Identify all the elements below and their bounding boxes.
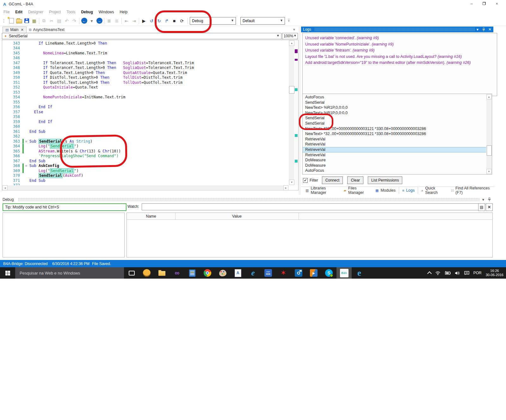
code-area[interactable]: 343 If LineName.Text.Length>0 Then344345… <box>2 40 299 190</box>
log-entry[interactable]: SendSerial <box>303 121 486 126</box>
media-player-icon[interactable]: ▶ <box>306 267 321 279</box>
code-line[interactable]: 363⊟Sub SendSerial(s As String) <box>2 139 194 144</box>
volume-icon[interactable] <box>455 271 460 275</box>
cut-icon[interactable]: ✂ <box>48 17 55 25</box>
log-entry[interactable]: NewText> %R1P,0,0:0,0 <box>303 110 486 116</box>
scroll-right-icon[interactable]: ► <box>283 185 288 190</box>
code-line[interactable]: 360 <box>2 124 194 129</box>
code-line[interactable]: 356 End If <box>2 105 194 110</box>
code-line[interactable]: 345 NomeLinea=LineName.Text.Trim <box>2 51 194 56</box>
code-line[interactable]: 358 <box>2 114 194 120</box>
coreldraw-icon[interactable]: ✶ <box>276 267 291 279</box>
menu-tools[interactable]: Tools <box>64 10 78 14</box>
undo-icon[interactable]: ↶ <box>63 17 71 25</box>
code-line[interactable]: 359 End If <box>2 119 194 124</box>
panel-menu-caret-icon[interactable]: ▼ <box>476 28 479 31</box>
column-header-value[interactable]: Value <box>175 213 299 219</box>
log-entry[interactable]: AutoFocus <box>303 168 486 173</box>
tab-quick-search[interactable]: ⌕Quick Search <box>418 187 448 194</box>
vertical-splitter[interactable] <box>299 27 301 195</box>
log-entry[interactable]: NewText> *32..00+0000000000003121 *330.0… <box>303 126 486 132</box>
connect-button[interactable]: Connect <box>322 176 343 184</box>
run-icon[interactable]: ▶ <box>140 17 148 25</box>
tab-files-manager[interactable]: ▰Files Manager <box>341 187 372 194</box>
code-line[interactable]: 364 Log("SendSerial") <box>2 144 194 149</box>
uncomment-icon[interactable]: ≣ <box>113 17 120 25</box>
log-entry[interactable]: DoMeasure <box>303 163 486 168</box>
fold-collapse-icon[interactable]: ⊟ <box>24 140 28 143</box>
tab-asyncstreamstext[interactable]: ⧉AsyncStreamsText <box>27 27 67 33</box>
stop-icon[interactable]: ■ <box>170 17 178 25</box>
log-entry[interactable]: RetrieveVal <box>303 152 486 158</box>
log-entry[interactable]: NewText> *32..00+0000000000003121 *330.0… <box>303 131 486 137</box>
edge-icon[interactable]: e <box>352 267 367 279</box>
scrollbar-thumb[interactable] <box>289 86 294 94</box>
code-line[interactable]: 361End Sub <box>2 129 194 134</box>
log-entry[interactable]: SendSerial <box>303 100 486 105</box>
scrollbar-thumb[interactable] <box>487 145 492 156</box>
fold-collapse-icon[interactable]: ⊟ <box>24 164 28 167</box>
code-line[interactable]: 355 <box>2 100 194 105</box>
log-entry[interactable]: SendSerial <box>303 115 486 121</box>
outlook-icon[interactable]: O <box>291 267 306 279</box>
close-icon[interactable]: ✕ <box>488 27 491 32</box>
step-out-icon[interactable]: ↱ <box>163 17 170 25</box>
scroll-left-icon[interactable]: ◄ <box>3 185 8 190</box>
log-entry[interactable]: NewText> %R1P,0,0:0,0 <box>303 105 486 110</box>
action-center-icon[interactable] <box>464 271 469 275</box>
tab-find-all-references-f7-[interactable]: ∷Find All References (F7) <box>448 187 495 194</box>
code-line[interactable]: 344 <box>2 46 194 51</box>
outdent-icon[interactable]: ⇤ <box>123 17 130 25</box>
package-icon[interactable]: ▦ <box>30 17 38 25</box>
tab-logs[interactable]: ≡Logs <box>399 187 418 194</box>
navigate-back-icon[interactable]: ← <box>80 17 88 25</box>
build-config-select[interactable]: Default ▼ <box>240 17 285 25</box>
step-over-icon[interactable]: ↻ <box>155 17 163 25</box>
code-line[interactable]: 366 'ProgressDialogShow("Send Command") <box>2 154 194 159</box>
compiler-warning[interactable]: Add android:targetSdkVersion="19" to the… <box>305 60 494 66</box>
minimize-icon[interactable]: – <box>469 1 474 6</box>
log-entry[interactable]: RetrieveVal <box>303 147 486 152</box>
log-entry[interactable]: AutoFocus <box>303 95 486 100</box>
close-tab-icon[interactable]: ✕ <box>21 28 23 32</box>
compiler-warning[interactable]: Layout file '1.bal' is not used. Are you… <box>305 54 494 60</box>
debug-variables-box[interactable] <box>3 213 125 257</box>
tab-list-caret-icon[interactable]: ▼ <box>293 28 296 31</box>
code-line[interactable]: 370 SendSerial(AskConf) <box>2 173 194 178</box>
restore-icon[interactable] <box>481 1 487 6</box>
code-line[interactable]: 354 NomePuntoIniziale=InitName.Text.trim <box>2 95 194 100</box>
watch-table[interactable]: Name Value <box>126 213 493 257</box>
editor-zoom-select[interactable]: 100% ▼ <box>282 33 298 39</box>
menu-edit[interactable]: Edit <box>12 10 25 14</box>
file-explorer-icon[interactable] <box>154 267 170 279</box>
tab-main[interactable]: ▤Main✕ <box>3 27 27 33</box>
log-entry[interactable]: DoMeasure <box>303 158 486 163</box>
scroll-down-icon[interactable]: ▼ <box>289 180 294 185</box>
tab-libraries-manager[interactable]: ▥Libraries Manager <box>302 187 341 194</box>
code-line[interactable]: 343 If LineName.Text.Length>0 Then <box>2 41 194 46</box>
open-project-icon[interactable] <box>15 17 23 25</box>
watch-clear-icon[interactable]: ✕ <box>486 203 493 211</box>
menu-designer[interactable]: Designer <box>25 10 46 14</box>
code-line[interactable]: 362 <box>2 134 194 139</box>
column-header-name[interactable]: Name <box>127 213 175 219</box>
task-view-icon[interactable] <box>124 267 139 279</box>
tab-modules[interactable]: ▦Modules <box>372 187 399 194</box>
copy-icon[interactable]: ⧉ <box>40 17 48 25</box>
code-line[interactable]: 353 <box>2 90 194 95</box>
paste-icon[interactable]: ▤ <box>55 17 63 25</box>
menu-help[interactable]: Help <box>117 10 130 14</box>
tray-expand-icon[interactable] <box>427 271 432 276</box>
log-entry[interactable]: RetrieveVal <box>303 142 486 147</box>
log-entry[interactable]: RetrieveVal <box>303 137 486 142</box>
redo-icon[interactable]: ↷ <box>71 17 78 25</box>
menu-file[interactable]: File <box>1 10 12 14</box>
scroll-down-icon[interactable]: ▼ <box>486 169 491 174</box>
paint-app-icon[interactable] <box>215 267 230 279</box>
navigate-forward-icon[interactable]: → <box>96 17 103 25</box>
code-line[interactable]: 367End Sub <box>2 158 194 164</box>
save-icon[interactable] <box>23 17 30 25</box>
indent-icon[interactable]: ⇥ <box>130 17 138 25</box>
filter-checkbox[interactable]: ✔ <box>303 178 308 183</box>
compiler-warning[interactable]: Unused variable 'NomePuntoIniziale'. (wa… <box>305 41 494 48</box>
